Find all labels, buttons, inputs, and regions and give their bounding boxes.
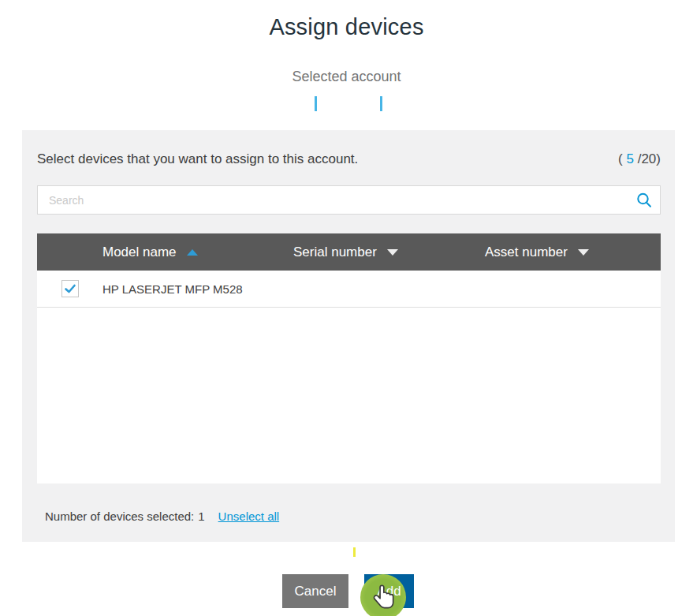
- page-title: Assign devices: [0, 14, 693, 40]
- table-header-row: Model name Serial number Asset number: [37, 233, 661, 271]
- sort-desc-icon[interactable]: [578, 249, 589, 256]
- selection-counter: ( 5 /20): [618, 151, 661, 167]
- device-selection-panel: Select devices that you want to assign t…: [22, 130, 675, 542]
- instruction-text: Select devices that you want to assign t…: [37, 151, 358, 167]
- counter-selected-value: 5: [627, 151, 634, 166]
- selected-devices-label: Number of devices selected:: [45, 510, 194, 523]
- column-label: Model name: [102, 245, 177, 260]
- search-icon[interactable]: [635, 192, 653, 209]
- table-row[interactable]: HP LASERJET MFP M528: [37, 271, 661, 308]
- devices-table: Model name Serial number Asset number: [37, 233, 661, 483]
- add-button[interactable]: Add: [364, 574, 414, 608]
- sort-desc-icon[interactable]: [387, 249, 398, 256]
- yellow-caret-mark: [353, 547, 356, 557]
- selected-devices-count: 1: [198, 510, 204, 523]
- row-model-name: HP LASERJET MFP M528: [102, 282, 293, 296]
- redacted-account-mark-right: [380, 96, 382, 111]
- cancel-button[interactable]: Cancel: [282, 574, 348, 608]
- search-box: [37, 185, 661, 215]
- column-label: Serial number: [293, 245, 377, 260]
- column-label: Asset number: [485, 245, 568, 260]
- add-button-label: Add: [377, 584, 401, 599]
- search-input[interactable]: [38, 186, 660, 214]
- redacted-account-mark-left: [315, 96, 317, 111]
- selection-summary: Number of devices selected: 1 Unselect a…: [45, 510, 279, 523]
- row-checkbox-checked[interactable]: [61, 280, 79, 297]
- column-header-model-name[interactable]: Model name: [102, 245, 293, 260]
- selected-account-label: Selected account: [0, 69, 693, 85]
- row-checkbox-cell: [37, 280, 102, 297]
- cancel-button-label: Cancel: [295, 584, 337, 599]
- counter-suffix: /20): [634, 151, 661, 166]
- column-header-serial-number[interactable]: Serial number: [293, 245, 485, 260]
- counter-prefix: (: [618, 151, 626, 166]
- sort-asc-icon[interactable]: [187, 249, 198, 256]
- assign-devices-dialog: { "header": { "title": "Assign devices",…: [0, 0, 693, 616]
- unselect-all-link[interactable]: Unselect all: [218, 510, 280, 523]
- column-header-asset-number[interactable]: Asset number: [485, 245, 661, 260]
